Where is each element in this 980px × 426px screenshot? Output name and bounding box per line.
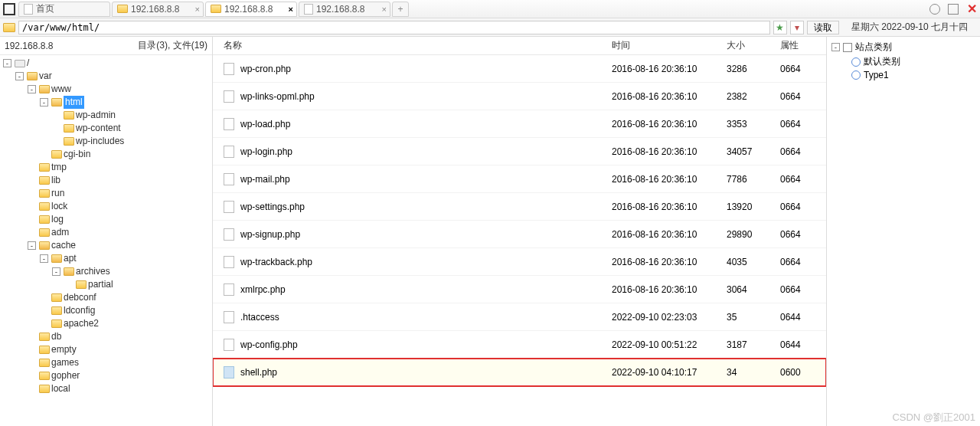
tree-node[interactable]: db: [3, 330, 209, 343]
expand-icon[interactable]: [40, 306, 48, 315]
dropdown-button[interactable]: ▾: [790, 21, 804, 34]
tree-node[interactable]: tmp: [3, 161, 209, 174]
expand-icon[interactable]: [52, 124, 60, 133]
tab-2[interactable]: 192.168.8.8×: [205, 2, 297, 17]
expand-icon[interactable]: [40, 150, 48, 159]
expand-icon[interactable]: [28, 228, 36, 237]
tree-node[interactable]: games: [3, 356, 209, 369]
file-attr: 0664: [780, 146, 826, 157]
expand-icon[interactable]: -: [28, 85, 36, 93]
expand-icon[interactable]: [52, 137, 60, 146]
close-button[interactable]: ✕: [966, 4, 977, 15]
expand-icon[interactable]: -: [52, 267, 60, 276]
bookmark-button[interactable]: ★: [773, 21, 787, 34]
minimize-button[interactable]: [929, 4, 940, 15]
expand-icon[interactable]: -: [15, 72, 24, 80]
tree-node[interactable]: -archives: [3, 265, 209, 278]
col-name[interactable]: 名称: [213, 39, 612, 52]
expand-icon[interactable]: -: [28, 241, 36, 250]
tab-0[interactable]: 首页: [18, 2, 110, 17]
tree-node[interactable]: log: [3, 213, 209, 226]
tree-node[interactable]: -apt: [3, 252, 209, 265]
expand-icon[interactable]: [52, 111, 60, 120]
tree-node[interactable]: lib: [3, 174, 209, 187]
expand-icon[interactable]: [28, 346, 36, 354]
file-row[interactable]: wp-settings.php2016-08-16 20:36:10139200…: [213, 193, 826, 221]
tree-node[interactable]: lock: [3, 200, 209, 213]
tab-3[interactable]: 192.168.8.8×: [299, 2, 390, 17]
file-list[interactable]: wp-cron.php2016-08-16 20:36:1032860664wp…: [213, 55, 826, 386]
expand-icon[interactable]: [28, 202, 36, 211]
tree-node[interactable]: -html: [3, 96, 209, 109]
tree-node[interactable]: debconf: [3, 291, 209, 304]
tree-node[interactable]: local: [3, 382, 209, 395]
expand-icon[interactable]: [28, 359, 36, 367]
col-attr[interactable]: 属性: [780, 39, 826, 52]
tree-node[interactable]: -www: [3, 83, 209, 96]
tree-node[interactable]: -/: [3, 57, 209, 70]
folder-icon: [39, 385, 50, 393]
expand-icon[interactable]: [28, 333, 36, 341]
tree-node[interactable]: apache2: [3, 317, 209, 330]
close-tab-icon[interactable]: ×: [195, 5, 200, 14]
col-time[interactable]: 时间: [612, 39, 727, 52]
expand-icon[interactable]: [28, 189, 36, 198]
tree-node[interactable]: gopher: [3, 369, 209, 382]
tree-node[interactable]: run: [3, 187, 209, 200]
tab-1[interactable]: 192.168.8.8×: [112, 2, 204, 17]
file-row[interactable]: wp-mail.php2016-08-16 20:36:1077860664: [213, 165, 826, 193]
maximize-button[interactable]: [948, 4, 959, 15]
path-input[interactable]: [18, 21, 770, 34]
file-row[interactable]: wp-login.php2016-08-16 20:36:10340570664: [213, 138, 826, 165]
tree-node[interactable]: ldconfig: [3, 304, 209, 317]
file-name: xmlrpc.php: [240, 284, 612, 295]
tree-node[interactable]: wp-includes: [3, 135, 209, 148]
expand-icon[interactable]: [40, 320, 48, 328]
tree-node[interactable]: adm: [3, 226, 209, 239]
expand-icon[interactable]: -: [3, 59, 11, 67]
file-row[interactable]: xmlrpc.php2016-08-16 20:36:1030640664: [213, 276, 826, 303]
col-size[interactable]: 大小: [727, 39, 780, 52]
tree-node[interactable]: partial: [3, 278, 209, 291]
new-tab-button[interactable]: +: [392, 2, 409, 17]
tree-node[interactable]: cgi-bin: [3, 148, 209, 161]
folder-icon: [39, 189, 50, 198]
collapse-icon[interactable]: -: [831, 43, 840, 51]
file-row[interactable]: wp-signup.php2016-08-16 20:36:1029890066…: [213, 221, 826, 248]
file-row[interactable]: wp-cron.php2016-08-16 20:36:1032860664: [213, 55, 826, 83]
expand-icon[interactable]: [28, 176, 36, 185]
tree-node[interactable]: wp-content: [3, 122, 209, 135]
folder-icon: [39, 85, 50, 93]
tree-node[interactable]: -var: [3, 70, 209, 83]
side-item[interactable]: 默认类别: [830, 54, 977, 69]
folder-icon: [39, 241, 50, 250]
close-tab-icon[interactable]: ×: [382, 5, 387, 14]
file-row[interactable]: wp-config.php2022-09-10 00:51:2231870644: [213, 331, 826, 359]
tree-node[interactable]: -cache: [3, 239, 209, 252]
expand-icon[interactable]: [28, 385, 36, 393]
site-category-root[interactable]: - 站点类别: [830, 40, 977, 54]
expand-icon[interactable]: -: [40, 98, 48, 106]
file-row[interactable]: wp-links-opml.php2016-08-16 20:36:102382…: [213, 83, 826, 110]
file-row[interactable]: wp-load.php2016-08-16 20:36:1033530664: [213, 110, 826, 138]
file-name: .htaccess: [240, 312, 612, 323]
expand-icon[interactable]: [40, 293, 48, 302]
tree-node[interactable]: wp-admin: [3, 109, 209, 122]
expand-icon[interactable]: [64, 280, 73, 289]
expand-icon[interactable]: [28, 215, 36, 224]
read-button[interactable]: 读取: [807, 21, 839, 34]
file-row[interactable]: shell.php2022-09-10 04:10:17340600: [213, 359, 826, 386]
expand-icon[interactable]: -: [40, 254, 48, 263]
close-tab-icon[interactable]: ×: [289, 5, 293, 14]
folder-icon: [64, 267, 74, 276]
file-row[interactable]: wp-trackback.php2016-08-16 20:36:1040350…: [213, 248, 826, 276]
directory-tree[interactable]: -/-var-www-htmlwp-adminwp-contentwp-incl…: [0, 55, 212, 397]
file-time: 2022-09-10 04:10:17: [612, 367, 727, 378]
side-item[interactable]: Type1: [830, 69, 977, 81]
expand-icon[interactable]: [28, 163, 36, 172]
folder-icon: [64, 124, 74, 133]
tree-node[interactable]: empty: [3, 343, 209, 356]
expand-icon[interactable]: [28, 372, 36, 380]
tree-node-label: local: [51, 382, 70, 395]
file-row[interactable]: .htaccess2022-09-10 02:23:03350644: [213, 303, 826, 331]
